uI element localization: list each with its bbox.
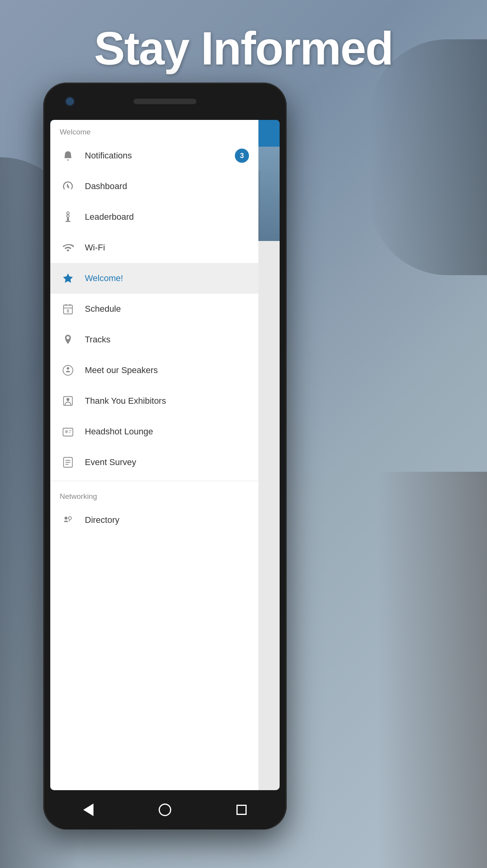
svg-point-16: [63, 366, 73, 375]
headshot-icon: [60, 423, 76, 440]
sidebar-item-welcome[interactable]: Welcome!: [50, 263, 258, 294]
notifications-icon: [60, 147, 76, 164]
phone-frame: 10:19 Conference: [43, 83, 287, 829]
leaderboard-icon: [60, 209, 76, 225]
schedule-label: Schedule: [85, 304, 121, 314]
wifi-icon: [60, 239, 76, 256]
phone-top-bar: [50, 83, 280, 120]
back-triangle-icon: [83, 804, 93, 816]
sidebar-item-speakers[interactable]: Meet our Speakers: [50, 355, 258, 386]
tracks-icon: [60, 331, 76, 348]
notifications-label: Notifications: [85, 151, 132, 161]
svg-point-17: [67, 367, 69, 370]
page-headline: Stay Informed: [0, 22, 487, 75]
notifications-badge: 3: [235, 149, 249, 163]
section-divider: [50, 481, 258, 481]
recents-square-icon: [236, 805, 247, 815]
leaderboard-label: Leaderboard: [85, 212, 134, 222]
svg-point-29: [68, 517, 71, 520]
home-button[interactable]: [158, 803, 172, 817]
speakers-label: Meet our Speakers: [85, 365, 158, 375]
sidebar-item-notifications[interactable]: Notifications 3: [50, 140, 258, 171]
dashboard-label: Dashboard: [85, 181, 127, 191]
survey-icon: [60, 454, 76, 471]
navigation-drawer: Welcome Notifications 3: [50, 120, 258, 790]
svg-rect-20: [63, 428, 73, 436]
phone-speaker: [134, 99, 196, 104]
svg-point-28: [64, 517, 68, 520]
sidebar-item-directory[interactable]: Directory: [50, 505, 258, 535]
welcome-label: Welcome!: [85, 273, 123, 283]
dashboard-icon: [60, 178, 76, 195]
section-header-welcome: Welcome: [50, 120, 258, 140]
recents-button[interactable]: [234, 803, 249, 817]
exhibitors-icon: [60, 393, 76, 409]
directory-label: Directory: [85, 515, 119, 525]
phone-camera: [66, 97, 74, 105]
schedule-icon: 8: [60, 301, 76, 317]
svg-rect-22: [69, 430, 71, 431]
section-header-networking: Networking: [50, 484, 258, 505]
svg-point-21: [65, 430, 68, 433]
svg-rect-10: [67, 217, 69, 221]
phone-camera-right-spacer: [256, 97, 264, 105]
survey-label: Event Survey: [85, 457, 136, 467]
home-circle-icon: [159, 804, 171, 816]
svg-text:8: 8: [67, 309, 69, 313]
phone-screen: 10:19 Conference: [50, 120, 280, 790]
svg-point-9: [67, 212, 69, 214]
directory-icon: [60, 512, 76, 528]
sidebar-item-exhibitors[interactable]: Thank You Exhibitors: [50, 386, 258, 416]
wifi-label: Wi-Fi: [85, 243, 105, 253]
svg-rect-23: [69, 432, 71, 433]
exhibitors-label: Thank You Exhibitors: [85, 396, 166, 406]
tracks-label: Tracks: [85, 335, 110, 345]
sidebar-item-headshot[interactable]: Headshot Lounge: [50, 416, 258, 447]
sidebar-item-wifi[interactable]: Wi-Fi: [50, 232, 258, 263]
sidebar-item-dashboard[interactable]: Dashboard: [50, 171, 258, 202]
speakers-icon: [60, 362, 76, 379]
sidebar-item-survey[interactable]: Event Survey: [50, 447, 258, 478]
headshot-label: Headshot Lounge: [85, 427, 153, 437]
sidebar-item-leaderboard[interactable]: Leaderboard: [50, 202, 258, 232]
phone-bottom-nav: [50, 790, 280, 829]
sidebar-item-schedule[interactable]: 8 Schedule: [50, 294, 258, 324]
welcome-star-icon: [60, 270, 76, 287]
back-button[interactable]: [81, 803, 95, 817]
svg-point-19: [66, 398, 70, 401]
sidebar-item-tracks[interactable]: Tracks: [50, 324, 258, 355]
